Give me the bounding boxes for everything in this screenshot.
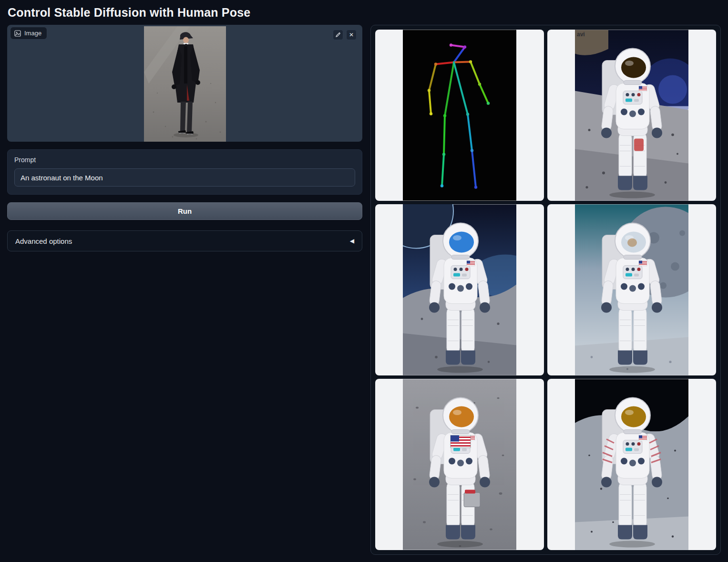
run-button[interactable]: Run: [7, 202, 362, 220]
prompt-block: Prompt: [7, 149, 362, 195]
astronaut-image-2: [403, 204, 516, 375]
image-icon: [14, 30, 21, 37]
chevron-left-icon: ◀: [350, 238, 354, 244]
chest-flag-large: [451, 436, 471, 448]
main-layout: Image ✕: [0, 25, 728, 555]
close-icon: ✕: [349, 32, 354, 38]
image-component-label-text: Image: [24, 30, 41, 37]
input-column: Image ✕: [7, 25, 362, 251]
astronaut-image-5: [575, 379, 688, 550]
output-column: avi: [370, 25, 721, 555]
gallery-item-astronaut-5[interactable]: [547, 379, 716, 550]
openpose-skeleton-image: [403, 30, 516, 201]
gallery-item-astronaut-4[interactable]: [375, 379, 544, 550]
page-title: Control Stable Diffusion with Human Pose: [0, 0, 728, 25]
prompt-label: Prompt: [14, 156, 355, 164]
astronaut-image-1: [575, 30, 688, 201]
image-upload-component: Image ✕: [7, 25, 362, 142]
man-in-flat-cap-long-coat-photo: [144, 26, 226, 142]
advanced-options-accordion[interactable]: Advanced options ◀: [7, 230, 362, 251]
advanced-options-label: Advanced options: [15, 237, 72, 245]
gallery-item-pose[interactable]: [375, 30, 544, 201]
prompt-input[interactable]: [14, 168, 355, 187]
image-component-label: Image: [10, 27, 47, 40]
app-root: Control Stable Diffusion with Human Pose…: [0, 0, 728, 562]
image-toolbar: ✕: [333, 30, 357, 40]
result-gallery: avi: [370, 25, 721, 555]
edit-image-button[interactable]: [333, 30, 343, 40]
astronaut-image-4: [403, 379, 516, 550]
uploaded-image: [144, 25, 226, 142]
pencil-icon: [335, 32, 341, 38]
astronaut-image-3: [575, 204, 688, 375]
watermark-text: avi: [577, 31, 585, 38]
clear-image-button[interactable]: ✕: [346, 30, 357, 40]
gallery-item-astronaut-3[interactable]: [547, 204, 716, 375]
gallery-item-astronaut-1[interactable]: avi: [547, 30, 716, 201]
gallery-item-astronaut-2[interactable]: [375, 204, 544, 375]
